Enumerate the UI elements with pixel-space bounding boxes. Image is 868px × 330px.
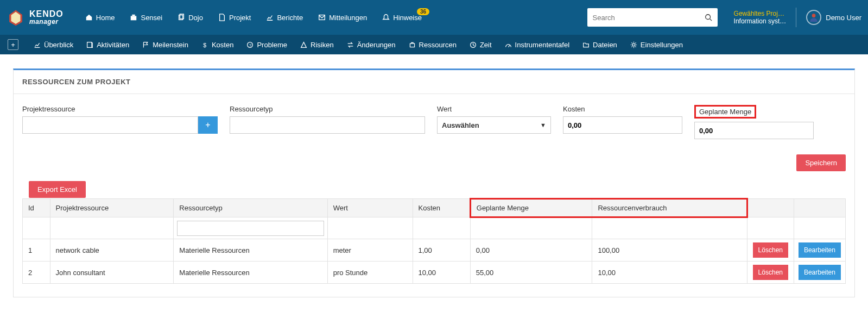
th-id[interactable]: Id <box>23 199 50 217</box>
projektressource-input-wrap: + <box>22 116 218 134</box>
cell-ressourcetyp: Materielle Ressourcen <box>174 261 327 284</box>
nav-dojo-label: Dojo <box>188 14 203 22</box>
table-row: 2 John consultant Materielle Ressourcen … <box>23 261 846 284</box>
bell-icon <box>382 14 390 21</box>
exchange-icon <box>347 41 354 48</box>
logo[interactable]: KENDO manager <box>7 8 64 27</box>
topbar: KENDO manager Home Sensei Dojo Projekt B… <box>0 0 868 35</box>
input-geplante-menge[interactable] <box>694 122 814 139</box>
subnav-instrumententafel-label: Instrumententafel <box>515 41 569 49</box>
nav-projekt[interactable]: Projekt <box>218 14 251 22</box>
subnav-kosten[interactable]: $ Kosten <box>201 41 233 49</box>
add-resource-button[interactable]: + <box>198 116 218 134</box>
form-row: Projektressource + Ressourcetyp Wert Aus… <box>22 105 846 139</box>
delete-button[interactable]: Löschen <box>753 265 788 280</box>
subnav-instrumententafel[interactable]: Instrumententafel <box>505 41 569 49</box>
nav-hinweise[interactable]: Hinweise 36 <box>382 14 422 22</box>
clock-icon <box>470 41 477 48</box>
search-icon <box>705 14 712 21</box>
cell-geplante: 55,00 <box>470 261 592 284</box>
logo-line2: manager <box>29 18 64 25</box>
nav-mitteilungen-label: Mitteilungen <box>329 14 367 22</box>
nav-home[interactable]: Home <box>85 14 115 22</box>
th-wert[interactable]: Wert <box>327 199 413 217</box>
subnav-risiken[interactable]: Risiken <box>300 41 334 49</box>
nav-berichte[interactable]: Berichte <box>266 14 303 22</box>
subnav-uberblick-label: Überblick <box>44 41 73 49</box>
fg-ressourcetyp: Ressourcetyp <box>230 105 425 139</box>
subnav-einstellungen[interactable]: Einstellungen <box>630 41 683 49</box>
input-projektressource[interactable] <box>22 116 198 134</box>
svg-text:$: $ <box>203 41 206 48</box>
avatar <box>806 10 821 25</box>
subnav-aktivitaten-label: Aktivitäten <box>97 41 129 49</box>
fg-geplante-menge: Geplante Menge <box>694 105 814 139</box>
panel-title: RESSOURCEN ZUM PROJEKT <box>14 70 854 94</box>
label-wert: Wert <box>437 105 551 113</box>
form-actions: Speichern <box>22 154 846 171</box>
export-excel-button[interactable]: Export Excel <box>29 181 86 198</box>
th-ressourcetyp[interactable]: Ressourcetyp <box>174 199 327 217</box>
th-edit <box>794 199 845 217</box>
activity-icon <box>86 41 93 48</box>
main-nav: Home Sensei Dojo Projekt Berichte Mittei… <box>85 14 422 22</box>
input-kosten[interactable] <box>563 116 682 134</box>
select-wert[interactable]: Auswählen ▼ <box>437 116 551 134</box>
th-geplante-menge[interactable]: Geplante Menge <box>470 199 592 217</box>
th-projektressource[interactable]: Projektressource <box>50 199 174 217</box>
edit-button[interactable]: Bearbeiten <box>799 242 841 258</box>
subnav-ressourcen-label: Ressourcen <box>419 41 457 49</box>
table-header-row: Id Projektressource Ressourcetyp Wert Ko… <box>23 199 846 217</box>
subnav-dateien[interactable]: Dateien <box>582 41 617 49</box>
dollar-icon: $ <box>201 41 208 48</box>
nav-dojo[interactable]: Dojo <box>178 14 203 22</box>
cell-id: 1 <box>23 239 50 261</box>
add-button[interactable]: + <box>8 39 18 50</box>
subnav-meilenstein[interactable]: Meilenstein <box>142 41 188 49</box>
export-wrap: Export Excel <box>29 181 846 198</box>
subnav-uberblick[interactable]: Überblick <box>34 41 73 49</box>
nav-mitteilungen[interactable]: Mitteilungen <box>318 14 367 22</box>
fg-projektressource: Projektressource + <box>22 105 218 139</box>
user-menu[interactable]: Demo User <box>806 10 861 25</box>
th-ressourcenverbrauch[interactable]: Ressourcenverbrauch <box>592 199 747 217</box>
subnav: + Überblick Aktivitäten Meilenstein $ Ko… <box>0 35 868 54</box>
label-projektressource: Projektressource <box>22 105 218 113</box>
search-input[interactable] <box>593 14 705 22</box>
edit-button[interactable]: Bearbeiten <box>799 265 841 280</box>
th-kosten[interactable]: Kosten <box>413 199 470 217</box>
project-line1: Gewähltes Proj… <box>734 10 787 17</box>
nav-hinweise-label: Hinweise <box>393 14 422 22</box>
input-ressourcetyp[interactable] <box>230 116 425 134</box>
nav-sensei[interactable]: Sensei <box>130 14 162 22</box>
nav-home-label: Home <box>96 14 115 22</box>
subnav-anderungen[interactable]: Änderungen <box>347 41 396 49</box>
fg-kosten: Kosten <box>563 105 682 139</box>
svg-text:?: ? <box>249 42 251 47</box>
home-icon <box>85 14 93 21</box>
delete-button[interactable]: Löschen <box>753 242 788 258</box>
logo-icon <box>7 8 25 27</box>
save-button[interactable]: Speichern <box>796 154 846 171</box>
project-selector[interactable]: Gewähltes Proj… Information syst… <box>734 10 787 25</box>
vertical-separator <box>796 8 796 27</box>
search-box[interactable] <box>587 8 718 27</box>
subnav-aktivitaten[interactable]: Aktivitäten <box>86 41 129 49</box>
cell-wert: pro Stunde <box>327 261 413 284</box>
cell-kosten: 10,00 <box>413 261 470 284</box>
logo-text: KENDO manager <box>29 10 64 25</box>
subnav-ressourcen[interactable]: Ressourcen <box>409 41 457 49</box>
mail-icon <box>318 14 326 21</box>
content: RESSOURCEN ZUM PROJEKT Projektressource … <box>0 54 868 312</box>
subnav-probleme[interactable]: ? Probleme <box>246 41 287 49</box>
logo-line1: KENDO <box>29 10 64 18</box>
svg-point-7 <box>705 15 710 20</box>
subnav-zeit[interactable]: Zeit <box>470 41 492 49</box>
chevron-down-icon: ▼ <box>540 122 546 128</box>
resources-panel: RESSOURCEN ZUM PROJEKT Projektressource … <box>13 69 855 297</box>
label-kosten: Kosten <box>563 105 682 113</box>
warning-icon <box>300 41 307 48</box>
table-row: 1 network cable Materielle Ressourcen me… <box>23 239 846 261</box>
svg-point-9 <box>812 14 816 17</box>
filter-ressourcetyp[interactable] <box>177 221 324 236</box>
